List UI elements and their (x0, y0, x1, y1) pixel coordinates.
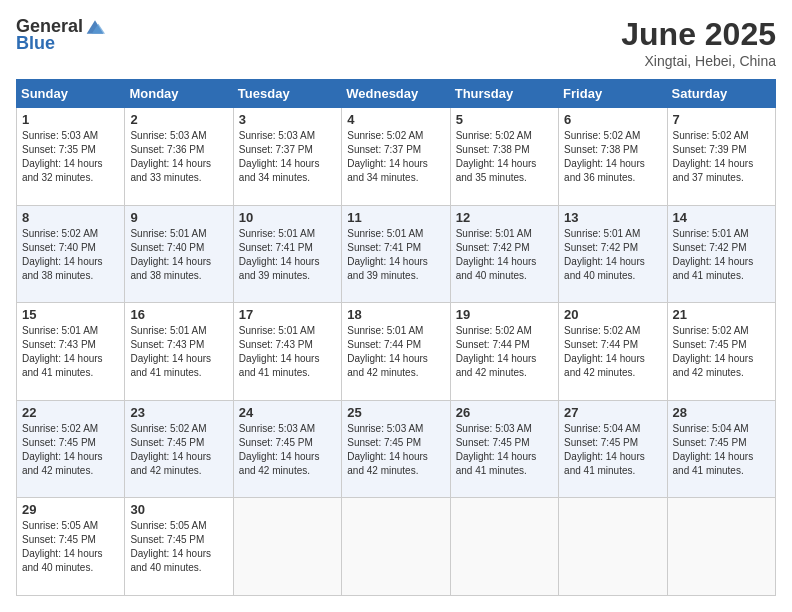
cell-content: Sunrise: 5:03 AMSunset: 7:35 PMDaylight:… (22, 129, 119, 185)
cell-content: Sunrise: 5:03 AMSunset: 7:45 PMDaylight:… (456, 422, 553, 478)
cell-content: Sunrise: 5:02 AMSunset: 7:45 PMDaylight:… (673, 324, 770, 380)
header: General Blue June 2025 Xingtai, Hebei, C… (16, 16, 776, 69)
day-number: 17 (239, 307, 336, 322)
cell-content: Sunrise: 5:05 AMSunset: 7:45 PMDaylight:… (130, 519, 227, 575)
day-number: 30 (130, 502, 227, 517)
cell-content: Sunrise: 5:01 AMSunset: 7:42 PMDaylight:… (456, 227, 553, 283)
cell-content: Sunrise: 5:02 AMSunset: 7:38 PMDaylight:… (564, 129, 661, 185)
calendar-cell: 12Sunrise: 5:01 AMSunset: 7:42 PMDayligh… (450, 205, 558, 303)
calendar-cell: 4Sunrise: 5:02 AMSunset: 7:37 PMDaylight… (342, 108, 450, 206)
day-number: 27 (564, 405, 661, 420)
day-number: 7 (673, 112, 770, 127)
day-number: 1 (22, 112, 119, 127)
cell-content: Sunrise: 5:03 AMSunset: 7:36 PMDaylight:… (130, 129, 227, 185)
day-number: 4 (347, 112, 444, 127)
calendar-cell: 6Sunrise: 5:02 AMSunset: 7:38 PMDaylight… (559, 108, 667, 206)
weekday-tuesday: Tuesday (233, 80, 341, 108)
logo: General Blue (16, 16, 105, 54)
calendar-cell: 27Sunrise: 5:04 AMSunset: 7:45 PMDayligh… (559, 400, 667, 498)
day-number: 28 (673, 405, 770, 420)
day-number: 14 (673, 210, 770, 225)
calendar-cell: 24Sunrise: 5:03 AMSunset: 7:45 PMDayligh… (233, 400, 341, 498)
day-number: 24 (239, 405, 336, 420)
cell-content: Sunrise: 5:01 AMSunset: 7:42 PMDaylight:… (564, 227, 661, 283)
weekday-wednesday: Wednesday (342, 80, 450, 108)
calendar-cell: 25Sunrise: 5:03 AMSunset: 7:45 PMDayligh… (342, 400, 450, 498)
day-number: 23 (130, 405, 227, 420)
day-number: 9 (130, 210, 227, 225)
cell-content: Sunrise: 5:01 AMSunset: 7:43 PMDaylight:… (22, 324, 119, 380)
cell-content: Sunrise: 5:01 AMSunset: 7:41 PMDaylight:… (347, 227, 444, 283)
day-number: 13 (564, 210, 661, 225)
calendar-cell (450, 498, 558, 596)
calendar-cell: 21Sunrise: 5:02 AMSunset: 7:45 PMDayligh… (667, 303, 775, 401)
logo-blue-text: Blue (16, 33, 55, 54)
calendar-cell: 13Sunrise: 5:01 AMSunset: 7:42 PMDayligh… (559, 205, 667, 303)
calendar-cell: 9Sunrise: 5:01 AMSunset: 7:40 PMDaylight… (125, 205, 233, 303)
cell-content: Sunrise: 5:02 AMSunset: 7:44 PMDaylight:… (564, 324, 661, 380)
title-area: June 2025 Xingtai, Hebei, China (621, 16, 776, 69)
day-number: 26 (456, 405, 553, 420)
day-number: 19 (456, 307, 553, 322)
week-row-5: 29Sunrise: 5:05 AMSunset: 7:45 PMDayligh… (17, 498, 776, 596)
day-number: 8 (22, 210, 119, 225)
cell-content: Sunrise: 5:02 AMSunset: 7:44 PMDaylight:… (456, 324, 553, 380)
weekday-header-row: SundayMondayTuesdayWednesdayThursdayFrid… (17, 80, 776, 108)
calendar-cell: 1Sunrise: 5:03 AMSunset: 7:35 PMDaylight… (17, 108, 125, 206)
weekday-saturday: Saturday (667, 80, 775, 108)
calendar-cell: 7Sunrise: 5:02 AMSunset: 7:39 PMDaylight… (667, 108, 775, 206)
week-row-2: 8Sunrise: 5:02 AMSunset: 7:40 PMDaylight… (17, 205, 776, 303)
weekday-monday: Monday (125, 80, 233, 108)
calendar-cell: 16Sunrise: 5:01 AMSunset: 7:43 PMDayligh… (125, 303, 233, 401)
calendar-cell: 17Sunrise: 5:01 AMSunset: 7:43 PMDayligh… (233, 303, 341, 401)
calendar-cell: 10Sunrise: 5:01 AMSunset: 7:41 PMDayligh… (233, 205, 341, 303)
calendar-cell: 29Sunrise: 5:05 AMSunset: 7:45 PMDayligh… (17, 498, 125, 596)
calendar-table: SundayMondayTuesdayWednesdayThursdayFrid… (16, 79, 776, 596)
cell-content: Sunrise: 5:02 AMSunset: 7:37 PMDaylight:… (347, 129, 444, 185)
week-row-3: 15Sunrise: 5:01 AMSunset: 7:43 PMDayligh… (17, 303, 776, 401)
cell-content: Sunrise: 5:02 AMSunset: 7:40 PMDaylight:… (22, 227, 119, 283)
cell-content: Sunrise: 5:01 AMSunset: 7:44 PMDaylight:… (347, 324, 444, 380)
day-number: 16 (130, 307, 227, 322)
cell-content: Sunrise: 5:01 AMSunset: 7:42 PMDaylight:… (673, 227, 770, 283)
calendar-cell: 11Sunrise: 5:01 AMSunset: 7:41 PMDayligh… (342, 205, 450, 303)
location-subtitle: Xingtai, Hebei, China (621, 53, 776, 69)
day-number: 22 (22, 405, 119, 420)
calendar-cell: 5Sunrise: 5:02 AMSunset: 7:38 PMDaylight… (450, 108, 558, 206)
day-number: 5 (456, 112, 553, 127)
calendar-cell: 20Sunrise: 5:02 AMSunset: 7:44 PMDayligh… (559, 303, 667, 401)
calendar-cell: 30Sunrise: 5:05 AMSunset: 7:45 PMDayligh… (125, 498, 233, 596)
cell-content: Sunrise: 5:01 AMSunset: 7:40 PMDaylight:… (130, 227, 227, 283)
week-row-4: 22Sunrise: 5:02 AMSunset: 7:45 PMDayligh… (17, 400, 776, 498)
cell-content: Sunrise: 5:03 AMSunset: 7:45 PMDaylight:… (347, 422, 444, 478)
calendar-cell: 14Sunrise: 5:01 AMSunset: 7:42 PMDayligh… (667, 205, 775, 303)
calendar-cell: 3Sunrise: 5:03 AMSunset: 7:37 PMDaylight… (233, 108, 341, 206)
logo-icon (85, 17, 105, 37)
cell-content: Sunrise: 5:02 AMSunset: 7:39 PMDaylight:… (673, 129, 770, 185)
day-number: 20 (564, 307, 661, 322)
weekday-sunday: Sunday (17, 80, 125, 108)
day-number: 25 (347, 405, 444, 420)
calendar-cell: 2Sunrise: 5:03 AMSunset: 7:36 PMDaylight… (125, 108, 233, 206)
cell-content: Sunrise: 5:05 AMSunset: 7:45 PMDaylight:… (22, 519, 119, 575)
month-title: June 2025 (621, 16, 776, 53)
day-number: 2 (130, 112, 227, 127)
cell-content: Sunrise: 5:01 AMSunset: 7:41 PMDaylight:… (239, 227, 336, 283)
calendar-cell: 15Sunrise: 5:01 AMSunset: 7:43 PMDayligh… (17, 303, 125, 401)
week-row-1: 1Sunrise: 5:03 AMSunset: 7:35 PMDaylight… (17, 108, 776, 206)
weekday-thursday: Thursday (450, 80, 558, 108)
calendar-cell: 18Sunrise: 5:01 AMSunset: 7:44 PMDayligh… (342, 303, 450, 401)
day-number: 21 (673, 307, 770, 322)
day-number: 10 (239, 210, 336, 225)
cell-content: Sunrise: 5:01 AMSunset: 7:43 PMDaylight:… (130, 324, 227, 380)
calendar-cell: 26Sunrise: 5:03 AMSunset: 7:45 PMDayligh… (450, 400, 558, 498)
cell-content: Sunrise: 5:03 AMSunset: 7:45 PMDaylight:… (239, 422, 336, 478)
cell-content: Sunrise: 5:04 AMSunset: 7:45 PMDaylight:… (673, 422, 770, 478)
calendar-cell: 19Sunrise: 5:02 AMSunset: 7:44 PMDayligh… (450, 303, 558, 401)
day-number: 18 (347, 307, 444, 322)
cell-content: Sunrise: 5:01 AMSunset: 7:43 PMDaylight:… (239, 324, 336, 380)
calendar-cell (667, 498, 775, 596)
calendar-cell: 8Sunrise: 5:02 AMSunset: 7:40 PMDaylight… (17, 205, 125, 303)
cell-content: Sunrise: 5:04 AMSunset: 7:45 PMDaylight:… (564, 422, 661, 478)
weekday-friday: Friday (559, 80, 667, 108)
